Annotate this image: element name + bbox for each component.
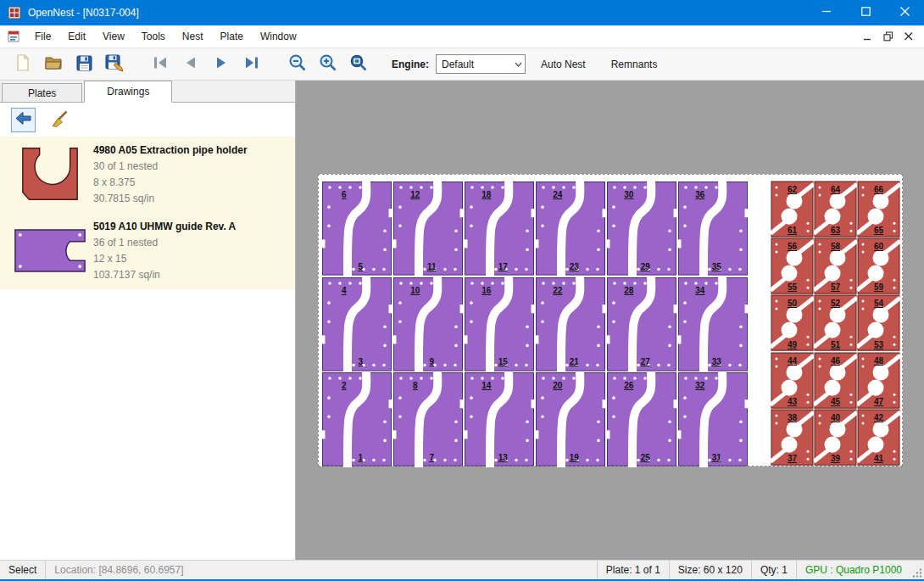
window-minimize-button[interactable] (807, 0, 846, 25)
part-name: 5019 A10 UHMW guide Rev. A (93, 221, 288, 232)
nest-part-cell[interactable]: 3635 (677, 181, 749, 277)
return-to-nest-button[interactable] (11, 108, 36, 132)
tab-plates[interactable]: Plates (2, 83, 82, 102)
nav-next-button[interactable] (209, 52, 234, 77)
nav-last-icon (243, 55, 260, 73)
zoom-fit-icon (349, 53, 368, 75)
save-as-icon (105, 53, 124, 75)
nav-last-button[interactable] (239, 52, 264, 77)
part-number: 21 (559, 357, 588, 366)
nav-previous-button[interactable] (178, 52, 203, 77)
nest-part-cell[interactable]: 2827 (606, 277, 677, 372)
window-close-button[interactable] (885, 0, 924, 25)
part-number: 54 (857, 299, 900, 308)
menu-item-tools[interactable]: Tools (133, 26, 174, 47)
part-name: 4980 A05 Extraction pipe holder (93, 144, 288, 156)
zoom-out-button[interactable] (285, 52, 310, 77)
nest-part-cell[interactable]: 3837 (771, 409, 814, 466)
nest-part-cell[interactable]: 4645 (814, 352, 857, 409)
nest-part-cell[interactable]: 43 (321, 277, 392, 372)
purple-region: 65 1211 1817 2423 3029 3635 43 1 (321, 181, 749, 467)
new-file-button[interactable] (10, 52, 36, 77)
part-number: 38 (771, 413, 814, 422)
nest-part-cell[interactable]: 2221 (535, 277, 606, 372)
menu-item-nest[interactable]: Nest (174, 26, 212, 47)
nav-first-button[interactable] (148, 52, 173, 77)
nest-part-cell[interactable]: 4039 (814, 409, 857, 466)
engine-label: Engine: (392, 59, 429, 70)
part-number: 47 (857, 397, 900, 406)
part-number: 64 (814, 185, 857, 194)
nest-part-cell[interactable]: 4241 (857, 409, 900, 466)
menu-item-view[interactable]: View (94, 26, 133, 47)
nest-part-cell[interactable]: 87 (392, 372, 464, 467)
part-number: 48 (857, 356, 900, 366)
part-number: 32 (686, 381, 715, 390)
nest-part-cell[interactable]: 6463 (814, 181, 857, 237)
save-button[interactable] (71, 52, 97, 77)
nest-part-cell[interactable]: 1413 (464, 372, 535, 467)
nest-part-cell[interactable]: 1817 (464, 181, 535, 277)
open-file-button[interactable] (41, 52, 66, 77)
menu-item-file[interactable]: File (26, 26, 59, 47)
engine-select[interactable]: Default (436, 54, 526, 74)
part-area: 103.7137 sq/in (93, 267, 288, 283)
drawing-list-item[interactable]: 5019 A10 UHMW guide Rev. A 36 of 1 neste… (0, 213, 295, 289)
part-number: 49 (771, 340, 814, 349)
drawing-list-item[interactable]: 4980 A05 Extraction pipe holder 30 of 1 … (0, 137, 295, 213)
nest-canvas[interactable]: 65 1211 1817 2423 3029 3635 43 1 (296, 81, 924, 560)
part-number: 1 (346, 453, 375, 462)
child-restore-button[interactable] (878, 28, 899, 46)
nav-next-icon (213, 55, 230, 73)
nest-row: 5655 5857 6059 (771, 237, 900, 294)
tab-drawings[interactable]: Drawings (84, 81, 172, 103)
nest-part-cell[interactable]: 5655 (771, 237, 814, 294)
nest-part-cell[interactable]: 5857 (814, 237, 857, 294)
nest-part-cell[interactable]: 3433 (677, 277, 749, 372)
nest-part-cell[interactable]: 2625 (606, 372, 677, 467)
window-maximize-button[interactable] (846, 0, 885, 25)
nest-part-cell[interactable]: 5453 (857, 294, 900, 351)
part-number: 46 (814, 356, 857, 366)
part-number: 8 (401, 381, 430, 390)
zoom-fit-button[interactable] (346, 52, 371, 77)
nest-part-cell[interactable]: 21 (321, 372, 392, 467)
menu-item-plate[interactable]: Plate (212, 26, 252, 47)
auto-nest-button[interactable]: Auto Nest (531, 54, 596, 75)
menu-item-window[interactable]: Window (252, 26, 305, 47)
nest-part-cell[interactable]: 4443 (771, 352, 814, 409)
nest-row: 65 1211 1817 2423 3029 3635 (321, 181, 749, 277)
clean-drawings-button[interactable] (47, 108, 71, 132)
menu-item-edit[interactable]: Edit (59, 26, 94, 47)
nest-part-cell[interactable]: 5049 (771, 294, 814, 351)
nest-part-cell[interactable]: 3029 (606, 181, 677, 277)
part-number: 28 (615, 286, 643, 295)
nest-part-cell[interactable]: 6261 (771, 181, 814, 237)
resize-grip[interactable] (910, 561, 924, 579)
nest-part-cell[interactable]: 109 (392, 277, 464, 372)
part-number: 17 (488, 262, 517, 271)
child-close-button[interactable] (899, 28, 919, 46)
nest-part-cell[interactable]: 1211 (392, 181, 464, 277)
status-qty: Qty: 1 (752, 561, 796, 579)
nest-part-cell[interactable]: 6059 (857, 237, 900, 294)
nest-part-cell[interactable]: 4847 (857, 352, 900, 409)
remnants-button[interactable]: Remnants (601, 54, 668, 75)
nest-part-cell[interactable]: 2423 (535, 181, 606, 277)
nest-part-cell[interactable]: 6665 (857, 181, 900, 237)
drawings-list-empty-area (0, 289, 295, 560)
zoom-in-icon (319, 53, 337, 75)
part-number: 41 (857, 454, 900, 463)
title-bar: OpenNest - [N0317-004] (0, 0, 924, 25)
nest-part-cell[interactable]: 2019 (535, 372, 606, 467)
nest-part-cell[interactable]: 65 (321, 181, 392, 277)
child-minimize-button[interactable] (858, 28, 878, 46)
plate[interactable]: 65 1211 1817 2423 3029 3635 43 1 (318, 174, 903, 466)
nest-part-cell[interactable]: 1615 (464, 277, 535, 372)
nest-part-cell[interactable]: 5251 (814, 294, 857, 351)
part-number: 15 (488, 357, 517, 366)
part-number: 55 (771, 282, 814, 292)
nest-part-cell[interactable]: 3231 (677, 372, 749, 467)
zoom-in-button[interactable] (315, 52, 341, 77)
save-as-button[interactable] (102, 52, 127, 77)
